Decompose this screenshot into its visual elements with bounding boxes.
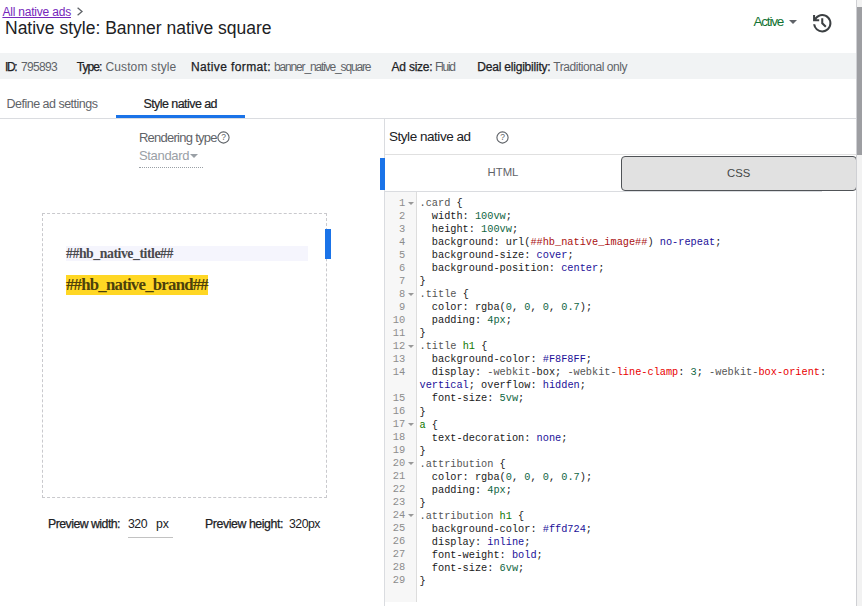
svg-text:?: ? [500, 132, 505, 142]
svg-text:?: ? [221, 132, 226, 142]
